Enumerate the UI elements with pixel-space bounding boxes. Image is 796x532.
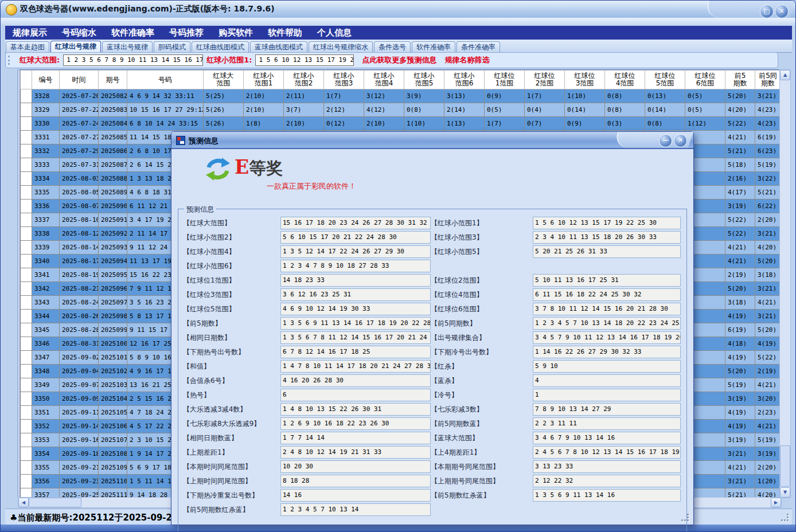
field-value-input[interactable]: 6 7 8 12 14 16 17 18 25 bbox=[280, 346, 431, 358]
column-header-18[interactable]: 前5 期数 bbox=[725, 71, 755, 89]
field-value-input[interactable]: 14 16 bbox=[280, 489, 431, 502]
row-selector[interactable] bbox=[21, 488, 32, 498]
field-value-input[interactable]: 4 bbox=[533, 374, 681, 387]
field-value-input[interactable]: 1 14 16 22 26 27 29 30 32 33 bbox=[533, 346, 681, 358]
column-header-11[interactable]: 红球小 范围6 bbox=[444, 71, 485, 89]
row-selector[interactable] bbox=[21, 103, 32, 117]
field-value-input[interactable]: 15 16 17 18 20 23 24 26 27 28 30 31 32 3… bbox=[280, 217, 431, 229]
row-selector[interactable] bbox=[21, 158, 32, 172]
column-header-5[interactable]: 红球大 范围 bbox=[204, 71, 244, 89]
field-value-input[interactable]: 1 2 3 4 5 7 10 13 14 bbox=[280, 503, 431, 516]
menu-item-2[interactable]: 软件准确率 bbox=[104, 26, 162, 40]
row-selector[interactable] bbox=[21, 447, 32, 461]
row-selector[interactable] bbox=[21, 475, 32, 488]
column-header-15[interactable]: 红球位 4范围 bbox=[605, 71, 645, 89]
column-header-4[interactable]: 号码 bbox=[127, 71, 204, 89]
tab-5[interactable]: 蓝球曲线图模式 bbox=[250, 41, 307, 53]
close-button[interactable]: ✕ bbox=[775, 5, 789, 18]
column-header-17[interactable]: 红球位 6范围 bbox=[685, 71, 725, 89]
tab-2[interactable]: 蓝球出号规律 bbox=[102, 41, 153, 53]
row-selector[interactable] bbox=[21, 227, 32, 241]
row-selector[interactable] bbox=[21, 433, 32, 447]
field-value-input[interactable]: 1 4 8 10 13 15 22 26 30 31 bbox=[280, 403, 431, 416]
row-selector[interactable] bbox=[21, 420, 32, 433]
menu-item-5[interactable]: 软件帮助 bbox=[260, 26, 310, 40]
vertical-scrollbar[interactable]: ▲ ▼ bbox=[779, 69, 791, 498]
row-selector[interactable] bbox=[21, 406, 32, 420]
row-selector[interactable] bbox=[21, 200, 32, 213]
dialog-close-button[interactable]: ✕ bbox=[674, 134, 687, 147]
column-header-6[interactable]: 红球小 范围1 bbox=[244, 71, 284, 89]
column-header-1[interactable]: 编号 bbox=[32, 71, 60, 89]
field-value-input[interactable]: 2 4 5 6 7 8 10 12 13 14 15 16 17 18 19 2… bbox=[533, 446, 681, 459]
table-row[interactable]: 33282025-07-2020250824 6 9 14 32 33:115(… bbox=[21, 89, 781, 103]
tab-3[interactable]: 胆码模式 bbox=[154, 41, 190, 53]
row-selector[interactable] bbox=[21, 378, 32, 392]
rule-name-filter-link[interactable]: 规律名称筛选 bbox=[444, 55, 489, 65]
menu-item-1[interactable]: 号码缩水 bbox=[54, 26, 104, 40]
row-selector[interactable] bbox=[21, 268, 32, 282]
table-row[interactable]: 33292025-07-22202508310 15 16 17 27 29:1… bbox=[21, 103, 781, 117]
row-selector[interactable] bbox=[21, 117, 32, 131]
tab-4[interactable]: 红球曲线图模式 bbox=[192, 41, 249, 53]
column-header-13[interactable]: 红球位 2范围 bbox=[525, 71, 565, 89]
tab-6[interactable]: 红球出号规律缩水 bbox=[309, 41, 373, 53]
row-selector[interactable] bbox=[21, 392, 32, 406]
field-value-input[interactable]: 1 3 5 6 9 11 13 14 16 bbox=[533, 489, 681, 502]
field-value-input[interactable]: 5 10 11 13 16 17 25 31 bbox=[533, 274, 681, 287]
row-selector[interactable] bbox=[21, 365, 32, 378]
field-value-input[interactable]: 2 2 3 11 11 bbox=[533, 417, 681, 430]
field-value-input[interactable]: 2 3 4 10 11 13 15 18 20 26 30 33 bbox=[533, 231, 681, 244]
menu-item-3[interactable]: 号码推荐 bbox=[162, 26, 211, 40]
row-selector[interactable] bbox=[21, 296, 32, 310]
column-header-16[interactable]: 红球位 5范围 bbox=[645, 71, 685, 89]
tab-7[interactable]: 条件选号 bbox=[374, 41, 411, 53]
column-header-19[interactable]: 前5同 期数 bbox=[755, 71, 781, 89]
row-selector[interactable] bbox=[21, 89, 32, 103]
menu-item-4[interactable]: 购买软件 bbox=[211, 26, 260, 40]
field-value-input[interactable]: 1 3 5 6 9 11 13 14 16 17 18 19 20 22 28 … bbox=[280, 317, 431, 330]
row-selector[interactable] bbox=[21, 323, 32, 337]
column-header-2[interactable]: 时间 bbox=[60, 71, 99, 89]
row-selector[interactable] bbox=[21, 131, 32, 144]
tab-1[interactable]: 红球出号规律 bbox=[50, 41, 101, 53]
red-small-range1-input[interactable]: 1 5 6 10 12 13 15 17 19 22 bbox=[255, 54, 354, 66]
tab-9[interactable]: 条件准确率 bbox=[456, 41, 500, 53]
tab-8[interactable]: 软件准确率 bbox=[412, 41, 455, 53]
dialog-resize-grip[interactable] bbox=[682, 514, 689, 521]
row-selector[interactable] bbox=[21, 461, 32, 475]
more-prediction-link[interactable]: 点此获取更多预测信息 bbox=[362, 55, 436, 65]
window-resize-grip[interactable] bbox=[782, 514, 789, 521]
row-selector[interactable] bbox=[21, 310, 32, 323]
maximize-button[interactable]: □ bbox=[760, 5, 774, 18]
scroll-up-icon[interactable]: ▲ bbox=[780, 70, 790, 80]
field-value-input[interactable]: 3 7 8 10 11 12 14 15 16 20 21 28 30 bbox=[533, 303, 681, 315]
field-value-input[interactable]: 4 16 20 26 28 30 bbox=[280, 374, 431, 387]
column-header-10[interactable]: 红球小 范围5 bbox=[404, 71, 444, 89]
field-value-input[interactable]: 3 6 12 16 23 25 31 bbox=[280, 288, 431, 301]
row-selector[interactable] bbox=[21, 282, 32, 296]
field-value-input[interactable]: 3 4 6 7 9 10 13 14 16 bbox=[533, 432, 681, 444]
dialog-minimize-button[interactable]: — bbox=[659, 134, 672, 147]
red-big-range-input[interactable]: 1 2 3 5 6 7 8 9 10 11 13 14 15 16 17 bbox=[63, 54, 203, 66]
row-selector[interactable] bbox=[21, 144, 32, 158]
column-header-0[interactable] bbox=[21, 71, 32, 89]
field-value-input[interactable]: 2 12 22 32 bbox=[533, 475, 681, 487]
row-selector[interactable] bbox=[21, 172, 32, 186]
field-value-input[interactable]: 1 bbox=[533, 389, 681, 401]
field-value-input[interactable]: 1 2 3 4 7 8 9 10 18 27 28 33 bbox=[280, 260, 431, 272]
scroll-right-icon[interactable]: ▶ bbox=[771, 498, 781, 507]
field-value-input[interactable]: 14 18 23 33 bbox=[280, 274, 431, 287]
field-value-input[interactable]: 1 3 5 6 7 8 11 12 14 15 16 17 20 21 24 2… bbox=[280, 331, 431, 344]
column-header-3[interactable]: 期号 bbox=[99, 71, 127, 89]
column-header-7[interactable]: 红球小 范围2 bbox=[284, 71, 324, 89]
row-selector[interactable] bbox=[21, 213, 32, 227]
table-row[interactable]: 33302025-07-2420250846 8 10 14 24 33:155… bbox=[21, 117, 781, 131]
field-value-input[interactable]: 1 2 3 4 5 7 10 13 14 18 20 22 23 24 25 2… bbox=[533, 317, 681, 330]
row-selector[interactable] bbox=[21, 255, 32, 268]
field-value-input[interactable]: 8 18 28 bbox=[280, 475, 431, 487]
field-value-input[interactable]: 2 4 8 10 12 14 19 21 31 33 bbox=[280, 446, 431, 459]
field-value-input[interactable]: 6 bbox=[280, 389, 431, 401]
column-header-14[interactable]: 红球位 3范围 bbox=[565, 71, 605, 89]
field-value-input[interactable]: 10 20 30 bbox=[280, 460, 431, 473]
